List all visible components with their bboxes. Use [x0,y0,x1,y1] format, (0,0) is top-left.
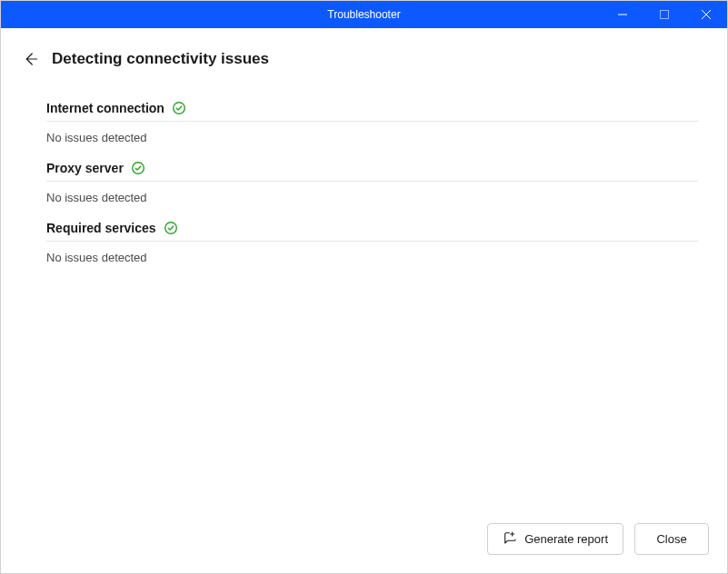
section-header: Required services [46,221,698,241]
section-required-services: Required services No issues detected [46,204,698,264]
section-internet-connection: Internet connection No issues detected [46,84,698,144]
close-window-button[interactable] [685,1,727,28]
section-message: No issues detected [46,182,698,204]
window-controls [602,1,727,28]
page-title: Detecting connectivity issues [52,50,269,68]
section-message: No issues detected [46,122,698,144]
footer: Generate report Close [1,510,727,573]
minimize-button[interactable] [602,1,643,28]
section-title: Proxy server [46,161,124,175]
section-title: Required services [46,221,156,235]
section-message: No issues detected [46,242,698,264]
svg-rect-1 [661,11,669,19]
report-icon [503,530,517,548]
section-header: Internet connection [46,101,698,121]
check-circle-icon [131,161,145,175]
titlebar: Troubleshooter [1,1,727,28]
sections-container: Internet connection No issues detected P… [1,75,727,264]
back-button[interactable] [21,50,39,68]
close-label: Close [656,532,686,546]
section-header: Proxy server [46,161,698,181]
check-circle-icon [164,221,178,235]
check-circle-icon [172,101,186,115]
section-title: Internet connection [46,101,165,115]
header-row: Detecting connectivity issues [1,28,727,75]
maximize-button[interactable] [643,1,685,28]
generate-report-label: Generate report [524,532,608,546]
generate-report-button[interactable]: Generate report [487,523,623,555]
section-proxy-server: Proxy server No issues detected [46,144,698,204]
content-area: Detecting connectivity issues Internet c… [1,28,727,510]
close-button[interactable]: Close [634,523,709,555]
